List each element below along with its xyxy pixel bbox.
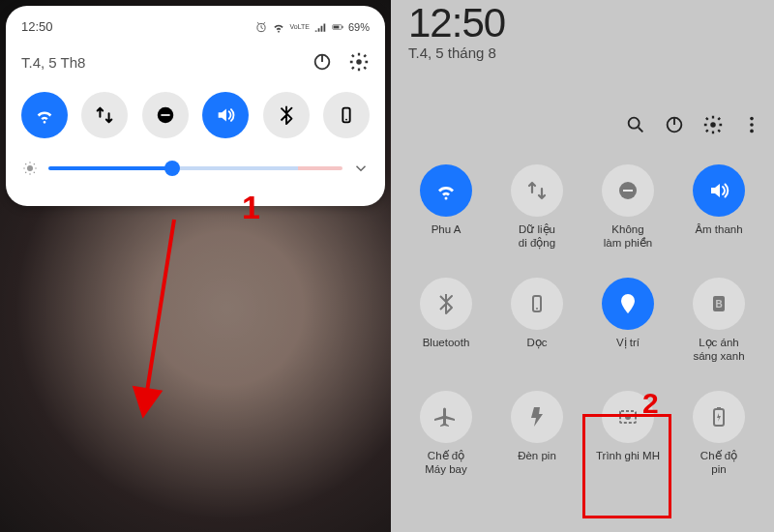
- tile-label: Âm thanh: [695, 222, 742, 250]
- notification-shade-collapsed: 12:50 VoLTE 69% T.4, 5 Th8: [6, 6, 385, 206]
- dnd-icon: [602, 164, 654, 217]
- tile-label: Không làm phiền: [604, 222, 652, 251]
- battery-pct: 69%: [348, 21, 370, 33]
- tile-label: Bluetooth: [423, 336, 470, 363]
- qs-sound[interactable]: [202, 92, 249, 138]
- sound-icon: [693, 164, 745, 217]
- battery-icon: [331, 20, 344, 34]
- brightness-slider[interactable]: [48, 166, 342, 170]
- shade-date: T.4, 5 Th8: [21, 54, 85, 71]
- wifi-icon: [420, 164, 472, 217]
- qs-rotate[interactable]: [323, 92, 370, 138]
- tile-dnd[interactable]: Không làm phiền: [582, 164, 673, 251]
- tile-label: Đèn pin: [518, 449, 556, 476]
- wifi-status-icon: [272, 20, 285, 34]
- annotation-step-1: 1: [242, 189, 260, 226]
- tile-label: Vị trí: [616, 336, 640, 363]
- status-bar: 12:50 VoLTE 69%: [21, 19, 370, 34]
- location-icon: [602, 278, 654, 330]
- tile-label: Dọc: [526, 336, 547, 363]
- settings-button[interactable]: [348, 51, 370, 73]
- expanded-time: 12:50: [408, 0, 505, 46]
- tile-label: Lọc ánh sáng xanh: [693, 336, 744, 364]
- tile-airplane[interactable]: Chế độ Máy bay: [401, 391, 491, 477]
- right-phone-panel: 12:50 T.4, 5 tháng 8 Phu ADữ liệu di độn…: [391, 0, 774, 532]
- expanded-date: T.4, 5 tháng 8: [408, 44, 496, 61]
- qs-wifi[interactable]: [21, 92, 68, 138]
- settings-button[interactable]: [702, 114, 724, 135]
- expanded-top-controls: [625, 114, 762, 135]
- tile-location[interactable]: Vị trí: [582, 278, 673, 364]
- tile-label: Chế độ pin: [700, 449, 737, 477]
- tile-data[interactable]: Dữ liệu di động: [491, 164, 582, 251]
- qs-bt[interactable]: [263, 92, 310, 138]
- expand-shade-button[interactable]: [352, 160, 370, 177]
- flashlight-icon: [511, 391, 563, 443]
- tile-label: Phu A: [432, 222, 461, 250]
- signal-icon: [313, 20, 327, 34]
- left-phone-panel: 12:50 VoLTE 69% T.4, 5 Th8 1: [0, 0, 391, 532]
- tile-rotate[interactable]: Dọc: [491, 278, 582, 364]
- power-button[interactable]: [664, 114, 685, 135]
- qs-dnd[interactable]: [142, 92, 189, 138]
- tile-sound[interactable]: Âm thanh: [673, 164, 764, 251]
- tile-flashlight[interactable]: Đèn pin: [491, 391, 582, 477]
- power-button[interactable]: [312, 51, 333, 73]
- bt-icon: [420, 278, 472, 330]
- annotation-step-2: 2: [642, 387, 659, 420]
- battery-icon: [693, 391, 745, 443]
- annotation-highlight-box: [582, 414, 671, 518]
- status-time: 12:50: [21, 19, 53, 34]
- tile-bluelight[interactable]: Lọc ánh sáng xanh: [673, 278, 764, 364]
- tile-label: Dữ liệu di động: [519, 222, 555, 251]
- data-icon: [511, 164, 563, 217]
- search-button[interactable]: [625, 114, 646, 135]
- tile-label: Chế độ Máy bay: [425, 449, 466, 477]
- more-button[interactable]: [741, 114, 762, 135]
- annotation-arrow: [116, 215, 194, 428]
- volte-indicator: VoLTE: [289, 23, 310, 30]
- qs-data[interactable]: [81, 92, 128, 138]
- tile-battery[interactable]: Chế độ pin: [673, 391, 764, 477]
- rotate-icon: [511, 278, 563, 330]
- tile-wifi[interactable]: Phu A: [401, 164, 491, 251]
- brightness-icon: [21, 160, 39, 177]
- quick-settings-row: [21, 92, 370, 138]
- tile-bt[interactable]: Bluetooth: [401, 278, 491, 364]
- status-icons: VoLTE 69%: [254, 20, 370, 34]
- airplane-icon: [420, 391, 472, 443]
- alarm-icon: [254, 20, 268, 34]
- svg-line-35: [145, 220, 174, 403]
- bluelight-icon: [693, 278, 745, 330]
